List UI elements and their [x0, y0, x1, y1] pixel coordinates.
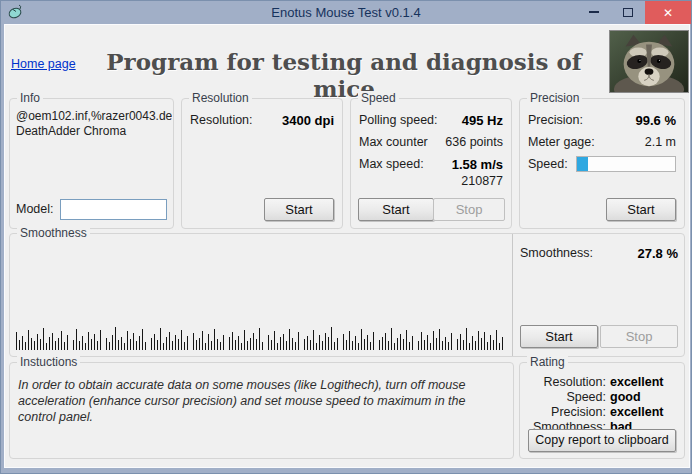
rating-resolution-value: excellent	[610, 375, 670, 389]
client-area: Home page Program for testing and diagno…	[4, 24, 690, 468]
rating-speed-value: good	[610, 390, 670, 404]
precision-start-button[interactable]: Start	[606, 198, 676, 221]
app-window: Enotus Mouse Test v0.1.4 ✕ Home page Pro…	[0, 0, 692, 474]
rating-group: Rating Resolution: excellent Speed: good…	[519, 362, 685, 459]
speed-group: Speed Polling speed: 495 Hz Max counter …	[350, 98, 512, 229]
precision-group: Precision Precision: 99.6 % Meter gage: …	[519, 98, 685, 229]
smoothness-group: Smoothness Smoothness: 27.8 % Start Stop	[9, 233, 685, 357]
polling-speed-label: Polling speed:	[359, 113, 438, 127]
rating-resolution-label: Resolution:	[520, 375, 606, 389]
device-driver-line: @oem102.inf,%razer0043.dev	[16, 109, 172, 124]
resolution-label: Resolution:	[190, 113, 253, 127]
resolution-group: Resolution Resolution: 3400 dpi Start	[181, 98, 343, 229]
resolution-start-button[interactable]: Start	[264, 198, 334, 221]
title-bar[interactable]: Enotus Mouse Test v0.1.4 ✕	[1, 1, 691, 24]
smoothness-stop-button[interactable]: Stop	[600, 325, 678, 348]
precision-value: 99.6 %	[636, 113, 676, 128]
smoothness-group-title: Smoothness	[17, 226, 90, 240]
smoothness-divider	[512, 234, 513, 356]
minimize-button[interactable]	[577, 1, 611, 23]
minimize-icon	[589, 11, 599, 13]
close-button[interactable]: ✕	[645, 1, 691, 24]
smoothness-value: 27.8 %	[638, 246, 678, 261]
copy-report-button[interactable]: Copy report to clipboard	[528, 429, 676, 452]
device-info: @oem102.inf,%razer0043.dev DeathAdder Ch…	[16, 109, 172, 139]
model-label: Model:	[16, 202, 54, 216]
resolution-group-title: Resolution	[189, 91, 252, 105]
speed-stop-button[interactable]: Stop	[433, 198, 505, 221]
speed-group-title: Speed	[358, 91, 399, 105]
precision-speed-progressbar[interactable]	[576, 156, 676, 172]
smoothness-start-button[interactable]: Start	[520, 325, 598, 348]
rating-speed-label: Speed:	[520, 390, 606, 404]
device-name-line: DeathAdder Chroma	[16, 124, 172, 139]
precision-group-title: Precision	[527, 91, 582, 105]
smoothness-waveform	[16, 323, 508, 350]
speed-start-button[interactable]: Start	[358, 198, 434, 221]
precision-progress-fill	[577, 157, 588, 171]
instructions-group: Instuctions In order to obtain accurate …	[9, 362, 514, 459]
home-page-link[interactable]: Home page	[11, 57, 76, 71]
counts-value: 210877	[461, 174, 503, 188]
polling-speed-value: 495 Hz	[462, 113, 503, 128]
smoothness-label: Smoothness:	[520, 246, 593, 260]
precision-speed-label: Speed:	[528, 157, 568, 171]
rating-precision-value: excellent	[610, 405, 670, 419]
rating-precision-label: Precision:	[520, 405, 606, 419]
smoothness-panel: Smoothness: 27.8 % Start Stop	[520, 246, 678, 348]
maximize-button[interactable]	[611, 1, 645, 23]
precision-label: Precision:	[528, 113, 583, 127]
info-group-title: Info	[17, 91, 43, 105]
close-icon: ✕	[663, 6, 673, 20]
maximize-icon	[623, 8, 633, 17]
resolution-value: 3400 dpi	[282, 113, 334, 128]
model-input[interactable]	[60, 199, 167, 220]
max-counter-label: Max counter	[359, 135, 428, 149]
model-row: Model:	[16, 199, 167, 220]
max-speed-value: 1.58 m/s	[452, 157, 503, 172]
app-tagline: Program for testing and diagnosis of mic…	[104, 48, 584, 102]
meter-gage-value: 2.1 m	[645, 135, 676, 149]
instructions-text: In order to obtain accurate data on some…	[18, 377, 501, 425]
max-counter-value: 636 points	[445, 135, 503, 149]
meter-gage-label: Meter gage:	[528, 135, 595, 149]
rating-rows: Resolution: excellent Speed: good Precis…	[520, 375, 670, 434]
rating-group-title: Rating	[527, 355, 568, 369]
max-speed-label: Max speed:	[359, 157, 424, 171]
raccoon-photo	[609, 30, 689, 93]
info-group: Info @oem102.inf,%razer0043.dev DeathAdd…	[9, 98, 174, 229]
instructions-group-title: Instuctions	[17, 355, 80, 369]
